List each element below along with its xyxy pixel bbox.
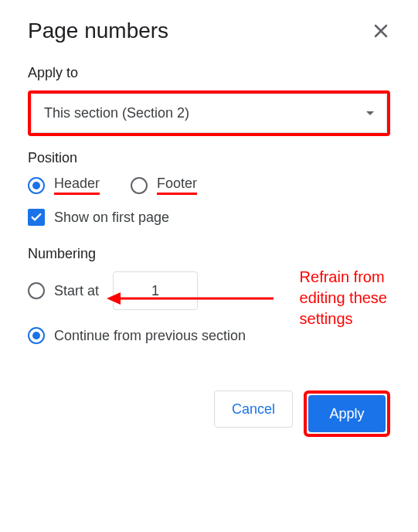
annotation-text: Refrain from editing these settings: [300, 267, 387, 329]
annotation-line: Refrain from: [300, 267, 387, 288]
apply-to-highlight: This section (Section 2): [28, 90, 390, 136]
radio-footer[interactable]: Footer: [131, 176, 197, 195]
close-icon[interactable]: [372, 22, 390, 40]
dialog-footer: Cancel Apply: [28, 390, 390, 437]
show-first-page-checkbox[interactable]: Show on first page: [28, 209, 390, 226]
checkbox-icon: [28, 209, 45, 226]
radio-icon: [28, 177, 45, 194]
dialog-title: Page numbers: [28, 19, 168, 43]
radio-continue[interactable]: Continue from previous section: [28, 327, 390, 344]
radio-footer-label: Footer: [157, 176, 197, 195]
show-first-page-label: Show on first page: [54, 210, 169, 226]
continue-label: Continue from previous section: [54, 328, 246, 344]
radio-icon: [131, 177, 148, 194]
annotation-line: settings: [300, 309, 387, 329]
radio-start-at[interactable]: Start at: [28, 282, 99, 299]
annotation-line: editing these: [300, 288, 387, 309]
apply-button[interactable]: Apply: [308, 395, 386, 432]
cancel-button[interactable]: Cancel: [214, 390, 293, 428]
apply-to-dropdown[interactable]: This section (Section 2): [31, 94, 387, 133]
radio-icon: [28, 282, 45, 299]
dialog-header: Page numbers: [28, 19, 390, 43]
numbering-label: Numbering: [28, 246, 390, 262]
radio-header-label: Header: [54, 176, 100, 195]
position-label: Position: [28, 150, 390, 166]
svg-marker-3: [107, 292, 121, 305]
chevron-down-icon: [366, 111, 374, 115]
position-radio-group: Header Footer: [28, 176, 390, 195]
apply-to-value: This section (Section 2): [44, 105, 189, 121]
radio-icon: [28, 327, 45, 344]
apply-highlight: Apply: [304, 390, 390, 437]
radio-header[interactable]: Header: [28, 176, 100, 195]
start-at-label: Start at: [54, 283, 99, 299]
page-numbers-dialog: Page numbers Apply to This section (Sect…: [0, 0, 418, 455]
annotation-arrow-icon: [107, 289, 274, 308]
apply-to-label: Apply to: [28, 65, 390, 81]
